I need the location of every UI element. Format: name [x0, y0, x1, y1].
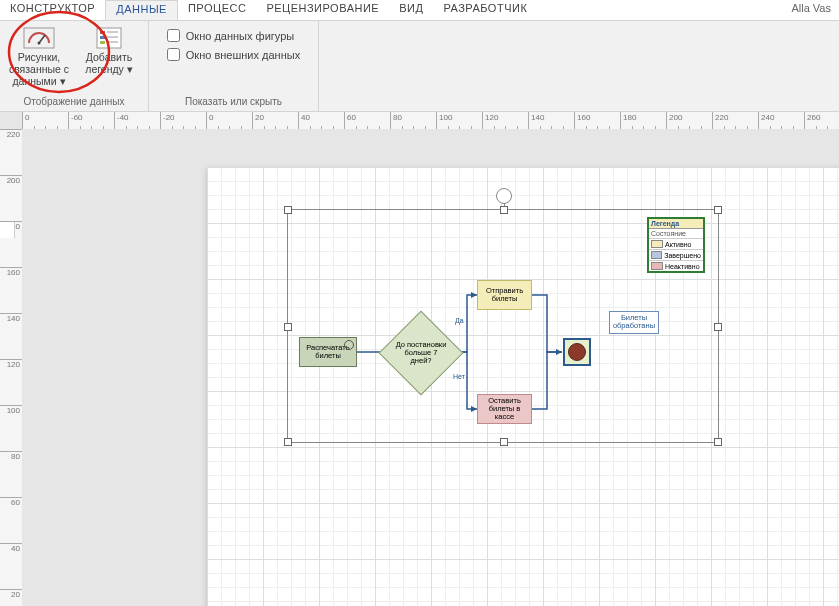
drawing-page[interactable]: Распечатать билеты До постановки больше … [207, 167, 839, 606]
shapes-panel-strip [0, 222, 15, 238]
ruler-v-tick: 40 [0, 543, 22, 553]
ruler-h-tick: 120 [482, 112, 498, 129]
ruler-h-tick: 0 [22, 112, 29, 129]
data-graphics-label: Рисунки, связанные с данными ▾ [8, 51, 70, 87]
sel-handle-nw[interactable] [284, 206, 292, 214]
svg-point-2 [38, 42, 41, 45]
svg-rect-4 [100, 31, 105, 34]
external-data-window-checkbox[interactable]: Окно внешних данных [167, 48, 300, 61]
ribbon: Рисунки, связанные с данными ▾ Добавить … [0, 21, 839, 112]
group-show-hide: Окно данных фигуры Окно внешних данных П… [149, 21, 319, 111]
ruler-v-tick: 120 [0, 359, 22, 369]
ruler-h-tick: 40 [298, 112, 310, 129]
group-display-data: Рисунки, связанные с данными ▾ Добавить … [0, 21, 149, 111]
canvas[interactable]: Распечатать билеты До постановки больше … [22, 129, 839, 606]
svg-rect-0 [24, 28, 54, 48]
legend-row: Активно [649, 238, 703, 249]
gear-icon [344, 340, 354, 350]
legend-title: Легенда [649, 219, 703, 229]
ruler-h-tick: 260 [804, 112, 820, 129]
tab-developer[interactable]: РАЗРАБОТЧИК [433, 0, 537, 20]
sel-handle-n[interactable] [500, 206, 508, 214]
ruler-v-tick: 100 [0, 405, 22, 415]
ruler-v-tick: 20 [0, 589, 22, 599]
legend-row: Завершено [649, 249, 703, 260]
svg-line-1 [39, 35, 45, 43]
ruler-v-tick: 200 [0, 175, 22, 185]
ruler-h-tick: 200 [666, 112, 682, 129]
shape-data-window-checkbox[interactable]: Окно данных фигуры [167, 29, 300, 42]
ruler-h-tick: 80 [390, 112, 402, 129]
group-display-data-label: Отображение данных [24, 96, 125, 109]
gauge-icon [23, 27, 55, 49]
shape-leave-at-office[interactable]: Оставить билеты в кассе [477, 394, 532, 424]
shape-decision-days[interactable]: До постановки больше 7 дней? [391, 323, 451, 383]
add-legend-label: Добавить легенду ▾ [78, 51, 140, 75]
ruler-v-tick: 80 [0, 451, 22, 461]
horizontal-ruler: 0-60-40-20020406080100120140160180200220… [22, 112, 839, 130]
ruler-h-tick: 220 [712, 112, 728, 129]
ruler-h-tick: 20 [252, 112, 264, 129]
ruler-h-tick: 160 [574, 112, 590, 129]
sel-handle-s[interactable] [500, 438, 508, 446]
legend-swatch [651, 251, 662, 259]
tab-view[interactable]: ВИД [389, 0, 433, 20]
rotate-handle[interactable] [496, 188, 512, 204]
ruler-h-tick: 100 [436, 112, 452, 129]
tab-review[interactable]: РЕЦЕНЗИРОВАНИЕ [256, 0, 389, 20]
shape-end[interactable] [563, 338, 591, 366]
ruler-v-tick: 140 [0, 313, 22, 323]
legend-box[interactable]: Легенда Состояние АктивноЗавершеноНеакти… [647, 217, 705, 273]
tab-data[interactable]: ДАННЫЕ [105, 0, 178, 20]
vertical-ruler: 220200180160140120100806040200 [0, 129, 23, 606]
sel-handle-se[interactable] [714, 438, 722, 446]
ruler-h-tick: 240 [758, 112, 774, 129]
sel-handle-w[interactable] [284, 323, 292, 331]
connector-label-yes: Да [455, 317, 464, 324]
tab-constructor[interactable]: КОНСТРУКТОР [0, 0, 105, 20]
ruler-h-tick: 180 [620, 112, 636, 129]
tab-process[interactable]: ПРОЦЕСС [178, 0, 256, 20]
annotation-note[interactable]: Билеты обработаны [609, 311, 659, 334]
user-label: Alla Vas [783, 0, 839, 20]
connector-label-no: Нет [453, 373, 465, 380]
data-graphics-button[interactable]: Рисунки, связанные с данными ▾ [6, 25, 72, 89]
legend-swatch [651, 240, 663, 248]
legend-subtitle: Состояние [649, 229, 703, 238]
end-dot-icon [568, 343, 586, 361]
sel-handle-e[interactable] [714, 323, 722, 331]
shape-send-tickets[interactable]: Отправить билеты [477, 280, 532, 310]
legend-row: Неактивно [649, 260, 703, 271]
svg-rect-5 [100, 36, 105, 39]
ruler-h-tick: 0 [206, 112, 213, 129]
ribbon-tabs: КОНСТРУКТОР ДАННЫЕ ПРОЦЕСС РЕЦЕНЗИРОВАНИ… [0, 0, 839, 21]
group-show-hide-label: Показать или скрыть [185, 96, 282, 109]
ruler-h-tick: 60 [344, 112, 356, 129]
ruler-v-tick: 60 [0, 497, 22, 507]
legend-icon [93, 27, 125, 49]
legend-swatch [651, 262, 663, 270]
ruler-v-tick: 220 [0, 129, 22, 139]
add-legend-button[interactable]: Добавить легенду ▾ [76, 25, 142, 77]
workspace: 0-60-40-20020406080100120140160180200220… [0, 112, 839, 606]
svg-rect-6 [100, 41, 105, 44]
sel-handle-sw[interactable] [284, 438, 292, 446]
ruler-v-tick: 160 [0, 267, 22, 277]
ruler-h-tick: 140 [528, 112, 544, 129]
sel-handle-ne[interactable] [714, 206, 722, 214]
shape-print-tickets[interactable]: Распечатать билеты [299, 337, 357, 367]
